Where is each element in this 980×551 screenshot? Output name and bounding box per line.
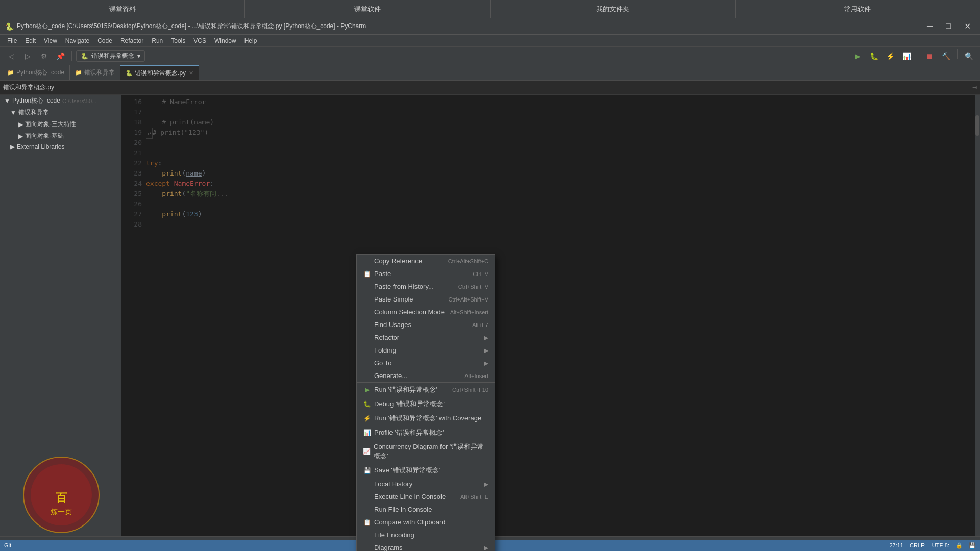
ctx-file-encoding-label: File Encoding [374,531,414,539]
ctx-compare-clipboard-label: Compare with Clipboard [374,518,445,526]
code-line-24: except NameError: [146,179,975,189]
menu-code[interactable]: Code [93,36,116,45]
tab-current-file[interactable]: 🐍 错误和异常概念.py ✕ [120,65,199,80]
toolbar-separator-2 [918,49,918,59]
ctx-paste-shortcut: Ctrl+V [473,271,488,277]
tab-close-icon[interactable]: ✕ [189,70,193,77]
settings-button[interactable]: ⚙ [37,49,51,63]
maximize-button[interactable]: □ [942,20,955,32]
ctx-paste-history[interactable]: Paste from History... Ctrl+Shift+V [357,280,495,293]
sidebar-errors-label: 错误和异常 [18,108,49,117]
sidebar-external-libs[interactable]: ▶ External Libraries [0,142,121,152]
tab-project-root[interactable]: 📁 Python核心_code [2,65,70,80]
coverage-button[interactable]: ⚡ [883,49,897,63]
ctx-save[interactable]: 💾 Save '错误和异常概念' [357,463,495,478]
run-config-dropdown[interactable]: 🐍 错误和异常概念 ▾ [76,50,145,62]
breadcrumb-item[interactable]: 错误和异常概念.py [3,83,54,92]
folder-open-icon: ▼ [4,97,10,105]
sidebar-errors-folder[interactable]: ▼ 错误和异常 [0,107,121,118]
code-editor[interactable]: 16 17 18 19 20 21 22 23 24 25 26 27 28 #… [121,95,975,536]
taskbar-item-2[interactable]: 课堂软件 [245,0,490,18]
menu-navigate[interactable]: Navigate [61,36,93,45]
ctx-local-history[interactable]: Local History ▶ [357,478,495,490]
menu-bar: File Edit View Navigate Code Refactor Ru… [0,35,980,47]
menu-vcs[interactable]: VCS [189,36,210,45]
line-num-26: 26 [121,199,142,209]
diagrams-arrow-icon: ▶ [484,544,488,552]
ctx-run-coverage[interactable]: ⚡ Run '错误和异常概念' with Coverage [357,411,495,425]
menu-edit[interactable]: Edit [21,36,40,45]
build-button[interactable]: 🔨 [939,49,953,63]
ctx-run-file-console[interactable]: Run File in Console [357,503,495,516]
ctx-column-selection[interactable]: Column Selection Mode Alt+Shift+Insert [357,306,495,318]
menu-file[interactable]: File [3,36,21,45]
close-button[interactable]: ✕ [960,20,975,32]
editor-scrollbar[interactable] [975,95,980,536]
menu-help[interactable]: Help [240,36,261,45]
ctx-column-selection-label: Column Selection Mode [374,308,445,316]
toolbar-separator-1 [71,51,72,61]
ctx-refactor[interactable]: Refactor ▶ [357,331,495,344]
forward-button[interactable]: ▷ [20,49,35,63]
debug-button[interactable]: 🐛 [867,49,881,63]
ctx-find-usages[interactable]: Find Usages Alt+F7 [357,318,495,331]
folder-closed-icon-2: ▶ [18,133,23,140]
line-num-19: 19 [121,128,142,138]
taskbar: 课堂资料 课堂软件 我的文件夹 常用软件 [0,0,980,18]
line-num-16: 16 [121,97,142,107]
ctx-execute-line-label: Execute Line in Console [374,493,446,500]
taskbar-item-4[interactable]: 常用软件 [736,0,980,18]
profile-icon: 📊 [363,429,371,436]
pin-button[interactable]: 📌 [53,49,67,63]
sidebar-project-name: Python核心_code [12,96,60,105]
ctx-folding-label: Folding [374,346,396,354]
sidebar-oop2-folder[interactable]: ▶ 面向对象-基础 [0,130,121,142]
ctx-profile[interactable]: 📊 Profile '错误和异常概念' [357,425,495,440]
sidebar-path: C:\Users\50... [62,98,96,104]
title-bar: 🐍 Python核心_code [C:\Users\50156\Desktop\… [0,18,980,35]
tab-errors[interactable]: 📁 错误和异常 [70,65,120,80]
profile-button[interactable]: 📊 [899,49,914,63]
code-line-23: print(name) [146,168,975,179]
taskbar-item-3[interactable]: 我的文件夹 [491,0,736,18]
ctx-folding[interactable]: Folding ▶ [357,344,495,357]
run-button[interactable]: ▶ [850,49,865,63]
menu-tools[interactable]: Tools [167,36,189,45]
ctx-run[interactable]: ▶ Run '错误和异常概念' Ctrl+Shift+F10 [357,382,495,397]
minimize-button[interactable]: ─ [923,20,937,32]
ctx-paste[interactable]: 📋 Paste Ctrl+V [357,267,495,280]
menu-view[interactable]: View [40,36,61,45]
ctx-generate-label: Generate... [374,372,407,380]
context-menu[interactable]: Copy Reference Ctrl+Alt+Shift+C 📋 Paste … [356,254,495,551]
ctx-concurrency[interactable]: 📈 Concurrency Diagram for '错误和异常概念' [357,440,495,463]
code-line-27: print(123) [146,209,975,219]
tab-label-2: 错误和异常 [84,68,115,77]
ctx-paste-simple[interactable]: Paste Simple Ctrl+Alt+Shift+V [357,293,495,306]
menu-window[interactable]: Window [210,36,240,45]
back-button[interactable]: ◁ [4,49,18,63]
sidebar-project-root[interactable]: ▼ Python核心_code C:\Users\50... [0,95,121,107]
folder-closed-icon: ▶ [18,121,23,128]
line-num-25: 25 [121,189,142,199]
ctx-copy-reference[interactable]: Copy Reference Ctrl+Alt+Shift+C [357,255,495,267]
ctx-run-file-label: Run File in Console [374,506,432,513]
ctx-debug[interactable]: 🐛 Debug '错误和异常概念' [357,397,495,411]
ctx-goto[interactable]: Go To ▶ [357,357,495,369]
stop-button[interactable]: ⏹ [922,49,937,63]
search-everywhere-button[interactable]: 🔍 [962,49,976,63]
ctx-execute-line[interactable]: Execute Line in Console Alt+Shift+E [357,490,495,503]
ctx-compare-clipboard[interactable]: 📋 Compare with Clipboard [357,516,495,529]
ctx-paste-simple-label: Paste Simple [374,295,413,303]
indent-icon[interactable]: ⇥ [972,84,977,91]
sidebar-oop1-folder[interactable]: ▶ 面向对象-三大特性 [0,118,121,130]
ctx-generate[interactable]: Generate... Alt+Insert [357,369,495,382]
code-line-16: # NameError [146,97,975,107]
menu-run[interactable]: Run [148,36,167,45]
taskbar-item-1[interactable]: 课堂资料 [0,0,245,18]
ctx-file-encoding[interactable]: File Encoding [357,529,495,541]
menu-refactor[interactable]: Refactor [116,36,148,45]
debug-icon: 🐛 [363,400,371,408]
sidebar-oop2-label: 面向对象-基础 [25,132,64,140]
ctx-diagrams[interactable]: Diagrams ▶ [357,541,495,551]
scrollbar-thumb[interactable] [975,115,979,136]
